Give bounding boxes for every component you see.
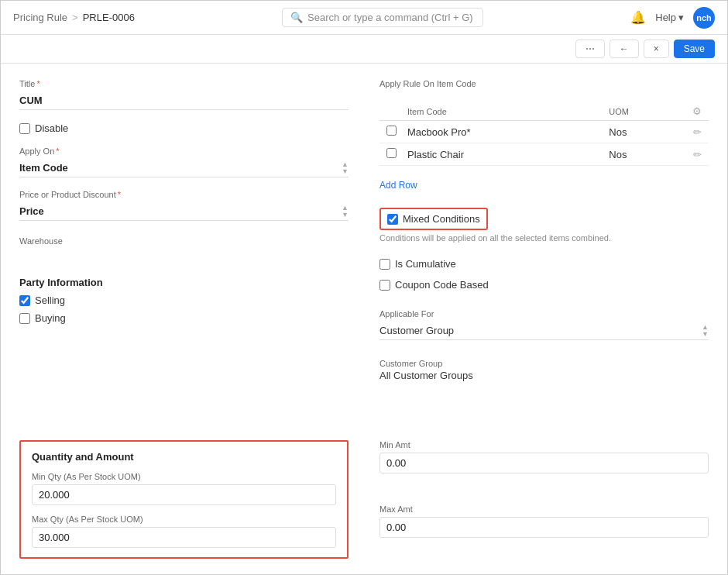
max-qty-field: Max Qty (As Per Stock UOM) [32, 515, 336, 548]
row2-edit-cell: ✏ [685, 143, 709, 166]
row1-checkbox-cell [379, 121, 403, 143]
settings-icon[interactable]: ⚙ [692, 105, 702, 117]
table-row: Plastic Chair Nos ✏ [379, 143, 709, 166]
checkbox-col-header [379, 102, 403, 121]
min-qty-label: Min Qty (As Per Stock UOM) [32, 472, 336, 481]
max-qty-label: Max Qty (As Per Stock UOM) [32, 515, 336, 524]
customer-group-label: Customer Group [379, 359, 709, 368]
title-field-group: Title* [19, 79, 349, 110]
main-window: Pricing Rule > PRLE-0006 🔍 Search or typ… [0, 0, 728, 575]
customer-group-section: Customer Group All Customer Groups [379, 359, 709, 381]
more-actions-button[interactable]: ⋯ [575, 40, 605, 58]
applicable-for-select[interactable]: Customer Group ▲ ▼ [379, 322, 709, 340]
price-discount-select-wrapper[interactable]: Price ▲ ▼ [19, 202, 349, 221]
min-amt-field-group: Min Amt [379, 440, 709, 473]
apply-on-field-group: Apply On* Item Code ▲ ▼ [19, 146, 349, 177]
applicable-for-section: Applicable For Customer Group ▲ ▼ [379, 309, 709, 349]
breadcrumb-parent[interactable]: Pricing Rule [13, 12, 67, 23]
disable-checkbox-group: Disable [19, 122, 349, 134]
max-amt-field-group: Max Amt [379, 504, 709, 538]
price-discount-value: Price [19, 202, 342, 220]
search-bar[interactable]: 🔍 Search or type a command (Ctrl + G) [282, 8, 483, 27]
min-amt-input[interactable] [379, 453, 709, 473]
apply-rule-label: Apply Rule On Item Code [379, 79, 709, 88]
row1-edit-cell: ✏ [685, 121, 709, 143]
mixed-conditions-checkbox[interactable] [387, 214, 398, 225]
max-amt-label: Max Amt [379, 504, 709, 514]
discard-button[interactable]: × [644, 40, 669, 58]
qty-section-left: Quantity and Amount Min Qty (As Per Stoc… [19, 428, 349, 559]
breadcrumb-current: PRLE-0006 [83, 12, 135, 23]
toolbar: ⋯ ← × Save [1, 35, 727, 64]
search-icon: 🔍 [290, 12, 303, 23]
row2-checkbox-cell [379, 143, 403, 166]
mixed-conditions-wrapper: Mixed Conditions Conditions will be appl… [379, 208, 709, 249]
apply-on-arrows: ▲ ▼ [342, 161, 349, 175]
party-section-title: Party Information [19, 277, 349, 288]
help-button[interactable]: Help ▾ [655, 12, 684, 23]
qty-section-right: Min Amt Max Amt [379, 428, 709, 559]
disable-checkbox[interactable] [19, 123, 30, 134]
warehouse-field-group: Warehouse [19, 236, 349, 246]
settings-col-header: ⚙ [685, 102, 709, 121]
table-row: Macbook Pro* Nos ✏ [379, 121, 709, 143]
buying-checkbox[interactable] [19, 313, 30, 324]
apply-on-select-wrapper[interactable]: Item Code ▲ ▼ [19, 159, 349, 177]
right-column: Apply Rule On Item Code Item Code UOM ⚙ [379, 79, 709, 412]
price-discount-label: Price or Product Discount* [19, 190, 349, 199]
row1-edit-icon[interactable]: ✏ [693, 126, 702, 138]
selling-label: Selling [35, 294, 65, 306]
bell-icon[interactable]: 🔔 [630, 10, 646, 25]
row2-edit-icon[interactable]: ✏ [693, 149, 702, 160]
apply-on-value: Item Code [19, 159, 342, 177]
uom-col-header: UOM [604, 102, 685, 121]
selling-checkbox[interactable] [19, 295, 30, 306]
min-qty-input[interactable] [32, 484, 336, 505]
back-button[interactable]: ← [610, 40, 639, 58]
left-column: Title* Disable Apply On* Item Code ▲ ▼ [19, 79, 349, 412]
add-row-button[interactable]: Add Row [379, 175, 709, 195]
row1-checkbox[interactable] [386, 126, 397, 136]
buying-checkbox-group: Buying [19, 312, 349, 324]
row2-checkbox[interactable] [386, 148, 397, 158]
coupon-code-checkbox[interactable] [379, 280, 390, 291]
breadcrumb-separator: > [72, 12, 78, 23]
warehouse-label: Warehouse [19, 236, 349, 246]
buying-label: Buying [35, 312, 66, 324]
applicable-for-label: Applicable For [379, 309, 709, 318]
max-amt-input[interactable] [379, 517, 709, 538]
selling-checkbox-group: Selling [19, 294, 349, 306]
save-button[interactable]: Save [674, 40, 715, 58]
price-discount-arrows: ▲ ▼ [342, 205, 349, 219]
max-qty-row: Max Qty (As Per Stock UOM) [32, 515, 336, 548]
title-input[interactable] [19, 91, 349, 110]
navbar-right: 🔔 Help ▾ nch [630, 7, 715, 29]
item-code-col-header: Item Code [403, 102, 604, 121]
disable-label: Disable [35, 122, 68, 134]
max-qty-input[interactable] [32, 527, 336, 548]
chevron-down-icon: ▾ [678, 12, 684, 23]
mixed-conditions-box: Mixed Conditions [379, 208, 488, 230]
avatar[interactable]: nch [693, 7, 715, 29]
bottom-section: Quantity and Amount Min Qty (As Per Stoc… [1, 428, 727, 574]
is-cumulative-group: Is Cumulative [379, 258, 709, 270]
breadcrumb: Pricing Rule > PRLE-0006 [13, 12, 135, 23]
row2-item-code[interactable]: Plastic Chair [403, 143, 604, 166]
coupon-code-group: Coupon Code Based [379, 279, 709, 291]
coupon-code-label: Coupon Code Based [395, 279, 489, 291]
row1-item-code[interactable]: Macbook Pro* [403, 121, 604, 143]
applicable-for-value: Customer Group [379, 322, 702, 339]
min-qty-row: Min Qty (As Per Stock UOM) [32, 472, 336, 505]
item-code-table: Item Code UOM ⚙ Macbook Pro* Nos [379, 102, 709, 166]
title-label: Title* [19, 79, 349, 88]
party-information-section: Party Information Selling Buying [19, 277, 349, 324]
apply-on-label: Apply On* [19, 146, 349, 156]
applicable-for-arrows: ▲ ▼ [702, 324, 709, 338]
navbar: Pricing Rule > PRLE-0006 🔍 Search or typ… [1, 1, 727, 35]
row2-uom: Nos [604, 143, 685, 166]
qty-section-title: Quantity and Amount [32, 451, 336, 463]
min-amt-label: Min Amt [379, 440, 709, 449]
is-cumulative-checkbox[interactable] [379, 259, 390, 270]
min-qty-field: Min Qty (As Per Stock UOM) [32, 472, 336, 505]
conditions-note: Conditions will be applied on all the se… [379, 233, 709, 243]
